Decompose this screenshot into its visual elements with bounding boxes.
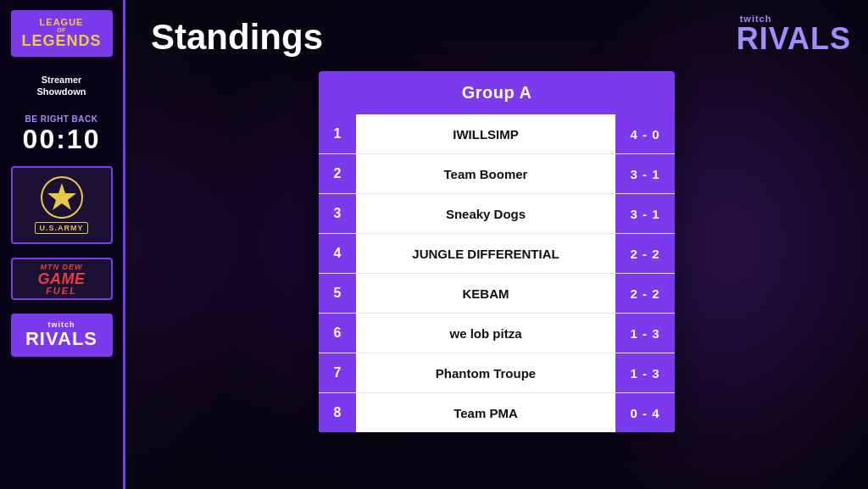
- row-score: 0 - 4: [615, 393, 675, 432]
- gamefuel-sub: FUEL: [38, 286, 86, 296]
- row-rank: 4: [319, 234, 356, 273]
- gamefuel-sponsor: MTN DEW GAME FUEL: [11, 258, 113, 300]
- row-rank: 8: [319, 393, 356, 432]
- row-rank: 2: [319, 154, 356, 193]
- league-top-text: LEAGUE: [16, 17, 108, 27]
- row-team-name: we lob pitza: [356, 314, 615, 353]
- row-score: 3 - 1: [615, 194, 675, 233]
- row-team-name: Phantom Troupe: [356, 353, 615, 392]
- row-score: 2 - 2: [615, 274, 675, 313]
- streamer-showdown-label: StreamerShowdown: [36, 70, 86, 102]
- army-label: U.S.ARMY: [35, 222, 87, 234]
- row-rank: 6: [319, 314, 356, 353]
- svg-marker-1: [47, 183, 76, 210]
- be-right-back-label: Be Right Back: [11, 114, 113, 124]
- standings-rows: 1 IWILLSIMP 4 - 0 2 Team Boomer 3 - 1 3 …: [319, 114, 675, 432]
- row-rank: 5: [319, 274, 356, 313]
- standings-row: 7 Phantom Troupe 1 - 3: [319, 353, 675, 393]
- row-team-name: IWILLSIMP: [356, 114, 615, 153]
- row-rank: 7: [319, 353, 356, 392]
- row-team-name: Team PMA: [356, 393, 615, 432]
- standings-row: 2 Team Boomer 3 - 1: [319, 154, 675, 194]
- top-right-rivals-logo: twitch RIVALS: [737, 14, 851, 54]
- row-team-name: Sneaky Dogs: [356, 194, 615, 233]
- row-team-name: JUNGLE DIFFERENTIAL: [356, 234, 615, 273]
- countdown-timer: 00:10: [11, 125, 113, 153]
- row-score: 3 - 1: [615, 154, 675, 193]
- timer-section: Be Right Back 00:10: [11, 114, 113, 153]
- army-sponsor: U.S.ARMY: [11, 166, 113, 244]
- main-content: twitch RIVALS Standings Group A 1 IWILLS…: [125, 0, 868, 489]
- sidebar-rivals-logo: twitch RIVALS: [11, 314, 113, 356]
- top-right-rivals-text: RIVALS: [737, 24, 851, 54]
- row-team-name: KEBAM: [356, 274, 615, 313]
- row-score: 1 - 3: [615, 353, 675, 392]
- row-score: 2 - 2: [615, 234, 675, 273]
- standings-row: 5 KEBAM 2 - 2: [319, 274, 675, 314]
- standings-container: Group A 1 IWILLSIMP 4 - 0 2 Team Boomer …: [151, 71, 843, 472]
- standings-table: Group A 1 IWILLSIMP 4 - 0 2 Team Boomer …: [319, 71, 675, 432]
- standings-row: 1 IWILLSIMP 4 - 0: [319, 114, 675, 154]
- league-legends-logo: LEAGUE OF LEGENDS: [11, 10, 113, 57]
- standings-row: 6 we lob pitza 1 - 3: [319, 314, 675, 353]
- row-rank: 3: [319, 194, 356, 233]
- row-score: 4 - 0: [615, 114, 675, 153]
- legends-text: LEGENDS: [16, 33, 108, 50]
- group-header: Group A: [319, 71, 675, 114]
- standings-row: 4 JUNGLE DIFFERENTIAL 2 - 2: [319, 234, 675, 274]
- standings-row: 8 Team PMA 0 - 4: [319, 393, 675, 432]
- sidebar: LEAGUE OF LEGENDS StreamerShowdown Be Ri…: [0, 0, 125, 489]
- standings-row: 3 Sneaky Dogs 3 - 1: [319, 194, 675, 234]
- army-star-icon: [41, 176, 83, 219]
- row-score: 1 - 3: [615, 314, 675, 353]
- gamefuel-main: GAME: [38, 271, 86, 286]
- row-team-name: Team Boomer: [356, 154, 615, 193]
- sidebar-rivals-text: RIVALS: [18, 329, 106, 349]
- row-rank: 1: [319, 114, 356, 153]
